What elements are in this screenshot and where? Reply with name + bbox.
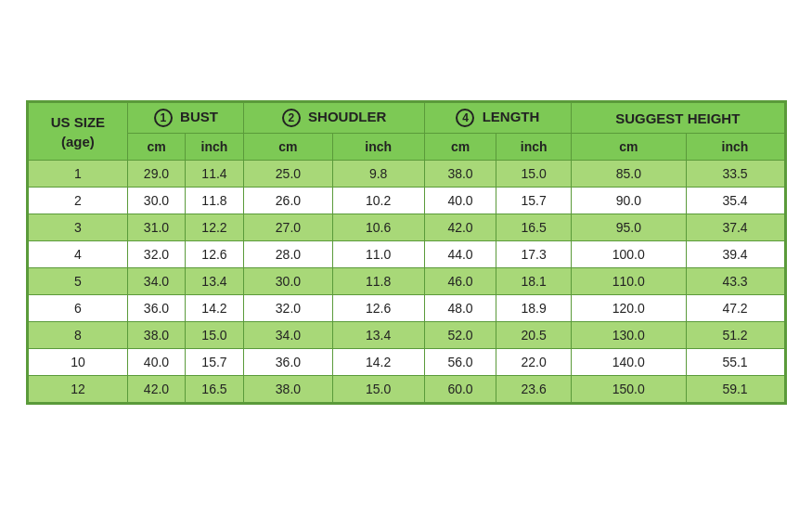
shoulder-inch-cell: 12.6 [332, 295, 424, 322]
table-row: 129.011.425.09.838.015.085.033.5 [28, 161, 784, 188]
height-inch-cell: 35.4 [686, 188, 784, 214]
bust-label: BUST [180, 109, 218, 124]
height-cm-cell: 140.0 [572, 349, 686, 376]
length-cm-header: cm [424, 134, 496, 161]
table-row: 331.012.227.010.642.016.595.037.4 [28, 214, 784, 241]
shoulder-cm-cell: 26.0 [244, 188, 332, 214]
height-cm-cell: 110.0 [572, 268, 686, 295]
shoulder-cm-cell: 25.0 [244, 161, 332, 188]
table-row: 838.015.034.013.452.020.5130.051.2 [28, 322, 784, 349]
size-cell: 1 [28, 161, 128, 188]
height-inch-cell: 39.4 [686, 241, 784, 268]
shoulder-cm-cell: 30.0 [244, 268, 332, 295]
shoulder-cm-cell: 36.0 [244, 349, 332, 376]
suggest-height-header: SUGGEST HEIGHT [572, 103, 784, 134]
length-cm-cell: 38.0 [424, 161, 496, 188]
length-cm-cell: 52.0 [424, 322, 496, 349]
bust-inch-cell: 15.7 [185, 349, 244, 376]
height-cm-cell: 85.0 [572, 161, 686, 188]
bust-number: 1 [154, 109, 173, 127]
shoulder-cm-cell: 27.0 [244, 214, 332, 241]
bust-cm-cell: 34.0 [128, 268, 185, 295]
length-header: 4 LENGTH [424, 103, 571, 134]
size-cell: 10 [28, 349, 128, 376]
length-inch-cell: 20.5 [496, 322, 572, 349]
height-inch-cell: 37.4 [686, 214, 784, 241]
length-inch-cell: 23.6 [496, 376, 572, 403]
length-inch-cell: 15.7 [496, 188, 572, 214]
length-label: LENGTH [483, 109, 540, 124]
bust-cm-cell: 29.0 [128, 161, 185, 188]
table-body: 129.011.425.09.838.015.085.033.5230.011.… [28, 161, 784, 403]
height-cm-cell: 100.0 [572, 241, 686, 268]
length-inch-cell: 17.3 [496, 241, 572, 268]
table-row: 534.013.430.011.846.018.1110.043.3 [28, 268, 784, 295]
bust-inch-cell: 11.8 [185, 188, 244, 214]
bust-inch-cell: 14.2 [185, 295, 244, 322]
bust-cm-cell: 40.0 [128, 349, 185, 376]
bust-cm-cell: 30.0 [128, 188, 185, 214]
shoulder-inch-cell: 11.0 [332, 241, 424, 268]
main-header-row: US SIZE(age) 1 BUST 2 SHOUDLER 4 LENGTH … [28, 103, 784, 134]
height-cm-cell: 130.0 [572, 322, 686, 349]
shoulder-inch-cell: 13.4 [332, 322, 424, 349]
height-cm-header: cm [572, 134, 686, 161]
height-cm-cell: 90.0 [572, 188, 686, 214]
bust-cm-cell: 32.0 [128, 241, 185, 268]
length-inch-cell: 18.9 [496, 295, 572, 322]
length-cm-cell: 48.0 [424, 295, 496, 322]
height-cm-cell: 150.0 [572, 376, 686, 403]
bust-header: 1 BUST [128, 103, 244, 134]
length-cm-cell: 46.0 [424, 268, 496, 295]
bust-cm-cell: 36.0 [128, 295, 185, 322]
size-cell: 8 [28, 322, 128, 349]
bust-cm-cell: 31.0 [128, 214, 185, 241]
table-row: 230.011.826.010.240.015.790.035.4 [28, 188, 784, 214]
length-cm-cell: 60.0 [424, 376, 496, 403]
bust-inch-cell: 12.6 [185, 241, 244, 268]
shoulder-cm-cell: 38.0 [244, 376, 332, 403]
shoulder-cm-cell: 34.0 [244, 322, 332, 349]
shoulder-label: SHOUDLER [308, 109, 386, 124]
length-inch-cell: 15.0 [496, 161, 572, 188]
sub-header-row: cm inch cm inch cm inch cm inch [28, 134, 784, 161]
shoulder-inch-cell: 10.2 [332, 188, 424, 214]
us-size-header: US SIZE(age) [28, 103, 128, 161]
size-cell: 3 [28, 214, 128, 241]
bust-inch-header: inch [185, 134, 244, 161]
shoulder-cm-header: cm [244, 134, 332, 161]
shoulder-inch-cell: 10.6 [332, 214, 424, 241]
height-inch-header: inch [686, 134, 784, 161]
bust-cm-cell: 38.0 [128, 322, 185, 349]
size-cell: 12 [28, 376, 128, 403]
length-inch-cell: 22.0 [496, 349, 572, 376]
size-cell: 5 [28, 268, 128, 295]
shoulder-number: 2 [282, 109, 301, 127]
height-inch-cell: 33.5 [686, 161, 784, 188]
length-cm-cell: 44.0 [424, 241, 496, 268]
size-cell: 4 [28, 241, 128, 268]
height-inch-cell: 51.2 [686, 322, 784, 349]
length-cm-cell: 42.0 [424, 214, 496, 241]
height-inch-cell: 43.3 [686, 268, 784, 295]
height-inch-cell: 47.2 [686, 295, 784, 322]
table-row: 636.014.232.012.648.018.9120.047.2 [28, 295, 784, 322]
shoulder-inch-cell: 14.2 [332, 349, 424, 376]
shoulder-inch-cell: 11.8 [332, 268, 424, 295]
length-number: 4 [456, 109, 474, 127]
height-inch-cell: 59.1 [686, 376, 784, 403]
length-inch-cell: 18.1 [496, 268, 572, 295]
size-chart-container: US SIZE(age) 1 BUST 2 SHOUDLER 4 LENGTH … [26, 100, 787, 405]
shoulder-inch-header: inch [332, 134, 424, 161]
shoulder-inch-cell: 9.8 [332, 161, 424, 188]
shoulder-header: 2 SHOUDLER [244, 103, 424, 134]
bust-inch-cell: 15.0 [185, 322, 244, 349]
table-row: 1242.016.538.015.060.023.6150.059.1 [28, 376, 784, 403]
length-inch-cell: 16.5 [496, 214, 572, 241]
height-inch-cell: 55.1 [686, 349, 784, 376]
bust-inch-cell: 12.2 [185, 214, 244, 241]
height-cm-cell: 120.0 [572, 295, 686, 322]
length-cm-cell: 56.0 [424, 349, 496, 376]
shoulder-cm-cell: 32.0 [244, 295, 332, 322]
size-cell: 6 [28, 295, 128, 322]
